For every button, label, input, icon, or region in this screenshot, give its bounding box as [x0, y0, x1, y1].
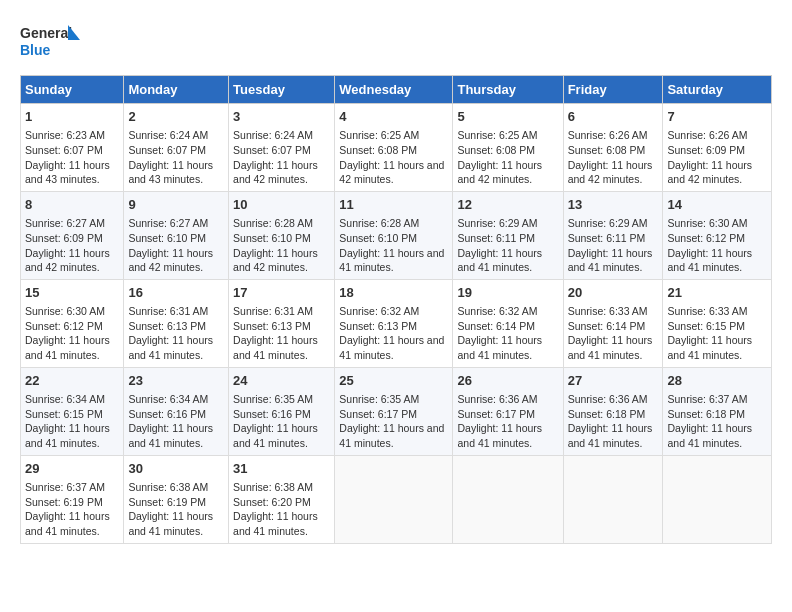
day-info: Sunrise: 6:30 AMSunset: 6:12 PMDaylight:… [25, 304, 119, 363]
day-number: 2 [128, 108, 224, 126]
day-cell: 14Sunrise: 6:30 AMSunset: 6:12 PMDayligh… [663, 191, 772, 279]
day-info: Sunrise: 6:31 AMSunset: 6:13 PMDaylight:… [233, 304, 330, 363]
day-cell: 15Sunrise: 6:30 AMSunset: 6:12 PMDayligh… [21, 279, 124, 367]
day-info: Sunrise: 6:37 AMSunset: 6:18 PMDaylight:… [667, 392, 767, 451]
day-header-saturday: Saturday [663, 76, 772, 104]
day-info: Sunrise: 6:32 AMSunset: 6:14 PMDaylight:… [457, 304, 558, 363]
day-number: 16 [128, 284, 224, 302]
day-info: Sunrise: 6:34 AMSunset: 6:15 PMDaylight:… [25, 392, 119, 451]
day-cell: 13Sunrise: 6:29 AMSunset: 6:11 PMDayligh… [563, 191, 663, 279]
logo: GeneralBlue [20, 20, 80, 65]
day-number: 9 [128, 196, 224, 214]
day-number: 8 [25, 196, 119, 214]
day-cell: 29Sunrise: 6:37 AMSunset: 6:19 PMDayligh… [21, 455, 124, 543]
day-number: 25 [339, 372, 448, 390]
day-number: 17 [233, 284, 330, 302]
day-number: 24 [233, 372, 330, 390]
day-cell: 24Sunrise: 6:35 AMSunset: 6:16 PMDayligh… [229, 367, 335, 455]
day-number: 3 [233, 108, 330, 126]
week-row-3: 15Sunrise: 6:30 AMSunset: 6:12 PMDayligh… [21, 279, 772, 367]
week-row-1: 1Sunrise: 6:23 AMSunset: 6:07 PMDaylight… [21, 104, 772, 192]
day-cell: 3Sunrise: 6:24 AMSunset: 6:07 PMDaylight… [229, 104, 335, 192]
day-number: 23 [128, 372, 224, 390]
day-number: 31 [233, 460, 330, 478]
day-info: Sunrise: 6:36 AMSunset: 6:18 PMDaylight:… [568, 392, 659, 451]
day-cell [335, 455, 453, 543]
header-row: SundayMondayTuesdayWednesdayThursdayFrid… [21, 76, 772, 104]
day-number: 29 [25, 460, 119, 478]
day-info: Sunrise: 6:35 AMSunset: 6:17 PMDaylight:… [339, 392, 448, 451]
day-cell: 20Sunrise: 6:33 AMSunset: 6:14 PMDayligh… [563, 279, 663, 367]
day-info: Sunrise: 6:32 AMSunset: 6:13 PMDaylight:… [339, 304, 448, 363]
day-header-thursday: Thursday [453, 76, 563, 104]
day-cell: 10Sunrise: 6:28 AMSunset: 6:10 PMDayligh… [229, 191, 335, 279]
logo-svg: GeneralBlue [20, 20, 80, 65]
week-row-5: 29Sunrise: 6:37 AMSunset: 6:19 PMDayligh… [21, 455, 772, 543]
day-number: 21 [667, 284, 767, 302]
day-cell: 18Sunrise: 6:32 AMSunset: 6:13 PMDayligh… [335, 279, 453, 367]
day-info: Sunrise: 6:28 AMSunset: 6:10 PMDaylight:… [339, 216, 448, 275]
svg-text:Blue: Blue [20, 42, 51, 58]
day-cell: 5Sunrise: 6:25 AMSunset: 6:08 PMDaylight… [453, 104, 563, 192]
day-info: Sunrise: 6:25 AMSunset: 6:08 PMDaylight:… [339, 128, 448, 187]
day-number: 13 [568, 196, 659, 214]
day-cell: 22Sunrise: 6:34 AMSunset: 6:15 PMDayligh… [21, 367, 124, 455]
day-cell: 23Sunrise: 6:34 AMSunset: 6:16 PMDayligh… [124, 367, 229, 455]
day-info: Sunrise: 6:36 AMSunset: 6:17 PMDaylight:… [457, 392, 558, 451]
day-cell: 30Sunrise: 6:38 AMSunset: 6:19 PMDayligh… [124, 455, 229, 543]
day-info: Sunrise: 6:27 AMSunset: 6:09 PMDaylight:… [25, 216, 119, 275]
day-number: 4 [339, 108, 448, 126]
day-cell: 19Sunrise: 6:32 AMSunset: 6:14 PMDayligh… [453, 279, 563, 367]
week-row-4: 22Sunrise: 6:34 AMSunset: 6:15 PMDayligh… [21, 367, 772, 455]
day-info: Sunrise: 6:37 AMSunset: 6:19 PMDaylight:… [25, 480, 119, 539]
day-info: Sunrise: 6:34 AMSunset: 6:16 PMDaylight:… [128, 392, 224, 451]
svg-text:General: General [20, 25, 72, 41]
day-cell: 21Sunrise: 6:33 AMSunset: 6:15 PMDayligh… [663, 279, 772, 367]
day-cell: 27Sunrise: 6:36 AMSunset: 6:18 PMDayligh… [563, 367, 663, 455]
day-number: 15 [25, 284, 119, 302]
day-number: 7 [667, 108, 767, 126]
day-number: 28 [667, 372, 767, 390]
day-number: 11 [339, 196, 448, 214]
day-info: Sunrise: 6:38 AMSunset: 6:20 PMDaylight:… [233, 480, 330, 539]
day-number: 6 [568, 108, 659, 126]
day-info: Sunrise: 6:33 AMSunset: 6:14 PMDaylight:… [568, 304, 659, 363]
day-cell: 17Sunrise: 6:31 AMSunset: 6:13 PMDayligh… [229, 279, 335, 367]
day-number: 10 [233, 196, 330, 214]
week-row-2: 8Sunrise: 6:27 AMSunset: 6:09 PMDaylight… [21, 191, 772, 279]
day-info: Sunrise: 6:29 AMSunset: 6:11 PMDaylight:… [457, 216, 558, 275]
day-info: Sunrise: 6:29 AMSunset: 6:11 PMDaylight:… [568, 216, 659, 275]
day-number: 5 [457, 108, 558, 126]
day-cell: 25Sunrise: 6:35 AMSunset: 6:17 PMDayligh… [335, 367, 453, 455]
day-info: Sunrise: 6:23 AMSunset: 6:07 PMDaylight:… [25, 128, 119, 187]
day-cell: 16Sunrise: 6:31 AMSunset: 6:13 PMDayligh… [124, 279, 229, 367]
day-cell: 2Sunrise: 6:24 AMSunset: 6:07 PMDaylight… [124, 104, 229, 192]
day-info: Sunrise: 6:30 AMSunset: 6:12 PMDaylight:… [667, 216, 767, 275]
day-header-wednesday: Wednesday [335, 76, 453, 104]
day-cell: 4Sunrise: 6:25 AMSunset: 6:08 PMDaylight… [335, 104, 453, 192]
day-cell: 8Sunrise: 6:27 AMSunset: 6:09 PMDaylight… [21, 191, 124, 279]
day-cell: 26Sunrise: 6:36 AMSunset: 6:17 PMDayligh… [453, 367, 563, 455]
day-info: Sunrise: 6:26 AMSunset: 6:09 PMDaylight:… [667, 128, 767, 187]
day-info: Sunrise: 6:24 AMSunset: 6:07 PMDaylight:… [128, 128, 224, 187]
day-info: Sunrise: 6:38 AMSunset: 6:19 PMDaylight:… [128, 480, 224, 539]
day-info: Sunrise: 6:33 AMSunset: 6:15 PMDaylight:… [667, 304, 767, 363]
day-number: 22 [25, 372, 119, 390]
day-number: 20 [568, 284, 659, 302]
day-cell: 6Sunrise: 6:26 AMSunset: 6:08 PMDaylight… [563, 104, 663, 192]
day-info: Sunrise: 6:35 AMSunset: 6:16 PMDaylight:… [233, 392, 330, 451]
day-info: Sunrise: 6:27 AMSunset: 6:10 PMDaylight:… [128, 216, 224, 275]
day-cell: 12Sunrise: 6:29 AMSunset: 6:11 PMDayligh… [453, 191, 563, 279]
calendar-table: SundayMondayTuesdayWednesdayThursdayFrid… [20, 75, 772, 544]
day-info: Sunrise: 6:25 AMSunset: 6:08 PMDaylight:… [457, 128, 558, 187]
day-number: 30 [128, 460, 224, 478]
day-header-monday: Monday [124, 76, 229, 104]
day-number: 1 [25, 108, 119, 126]
day-info: Sunrise: 6:31 AMSunset: 6:13 PMDaylight:… [128, 304, 224, 363]
day-info: Sunrise: 6:26 AMSunset: 6:08 PMDaylight:… [568, 128, 659, 187]
day-cell: 11Sunrise: 6:28 AMSunset: 6:10 PMDayligh… [335, 191, 453, 279]
day-cell: 28Sunrise: 6:37 AMSunset: 6:18 PMDayligh… [663, 367, 772, 455]
day-number: 19 [457, 284, 558, 302]
day-info: Sunrise: 6:24 AMSunset: 6:07 PMDaylight:… [233, 128, 330, 187]
day-cell [453, 455, 563, 543]
